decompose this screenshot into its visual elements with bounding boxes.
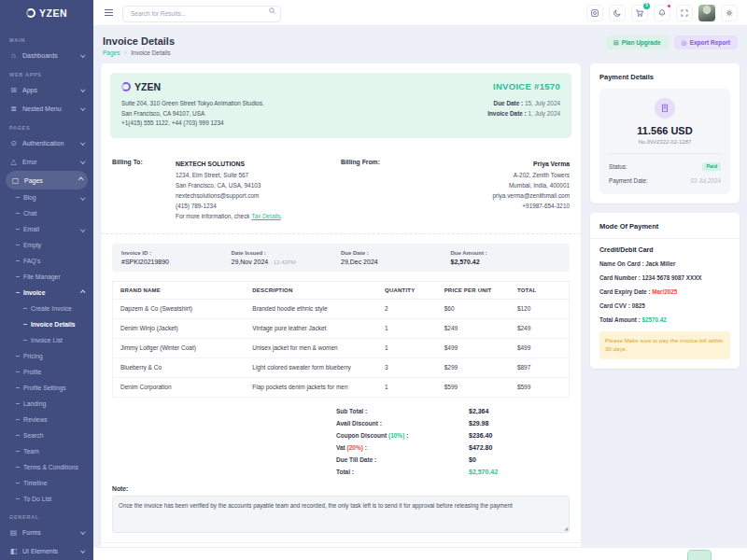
summary-value: 29,Dec 2024 [341, 259, 451, 265]
plan-upgrade-button[interactable]: ⊞ Plan Upgrade [606, 35, 669, 49]
sidebar-item-label: Authentication [22, 140, 63, 147]
chevron-down-icon [80, 88, 85, 92]
company-address-line: Suite 204, 310 Green Street Tokyo Animat… [121, 99, 264, 109]
sidebar-item-invoice-details[interactable]: Invoice Details [0, 316, 93, 332]
chevron-up-icon [78, 178, 83, 183]
total-row-vat: Vat (20%) :$472.80 [336, 441, 570, 454]
billing-to-line: nextechsolutions@support.com [176, 191, 341, 202]
sidebar-item-label: To Do List [23, 496, 51, 502]
sidebar-item-label: Create Invoice [31, 305, 72, 312]
user-avatar[interactable] [698, 5, 715, 21]
sidebar-item-label: Search [23, 432, 44, 439]
fullscreen-icon[interactable] [676, 5, 693, 21]
sidebar-item-invoice-list[interactable]: Invoice List [0, 332, 93, 348]
sidebar-item-authentication[interactable]: ⊙Authentication [0, 133, 93, 152]
sidebar-item-email[interactable]: Email [0, 221, 93, 237]
table-row: Denim Winjo (Jacket)Vintage pure leather… [113, 318, 570, 338]
dash-icon [16, 435, 20, 436]
app-window: YZEN MAIN⌂DashboardsWEB APPS⊞Apps≣Nested… [0, 0, 747, 560]
sidebar-item-file-manager[interactable]: File Manager [0, 269, 93, 285]
sidebar-item-error[interactable]: △Error [0, 152, 93, 171]
sidebar-item-profile[interactable]: Profile [0, 364, 93, 380]
sidebar-item-faq-s[interactable]: FAQ's [0, 253, 93, 269]
due-date-value: 15, July 2024 [525, 100, 560, 106]
scroll-top-button[interactable] [687, 550, 712, 560]
summary-value: $2,570.42 [451, 259, 561, 265]
chevron-up-icon [80, 290, 85, 295]
sidebar-item-chat[interactable]: Chat [0, 205, 93, 221]
switcher-icon[interactable] [586, 5, 603, 21]
total-value: $29.98 [469, 420, 570, 427]
sidebar-item-ui-elements[interactable]: ◧UI Elements [0, 541, 93, 560]
mode-value: Mar/2025 [652, 288, 677, 295]
search-input[interactable] [122, 6, 281, 22]
table-cell: $499 [437, 338, 510, 357]
sidebar-item-label: Invoice Details [31, 321, 76, 328]
invoice-items-table: BRAND NAMEDESCRIPTIONQUANTITYPRICE PER U… [112, 281, 570, 398]
dash-icon [16, 467, 20, 468]
table-row: Blueberry & CoLight colored sweater form… [113, 357, 570, 377]
dash-icon [16, 260, 20, 261]
table-row: Jimmy Lolfger (Winter Coat)Unisex jacket… [113, 338, 570, 357]
export-report-button[interactable]: ◎ Export Report [674, 35, 738, 49]
sidebar-item-timeline[interactable]: Timeline [0, 475, 93, 491]
menu-toggle-icon[interactable] [103, 7, 115, 19]
brand[interactable]: YZEN [0, 0, 93, 26]
summary-invoice-id: Invoice ID :#SPKI20219890 [121, 250, 232, 265]
sidebar-item-invoice[interactable]: Invoice [0, 285, 93, 301]
billing-section: Billing To: NEXTECH SOLUTIONS 1234, Elm … [101, 147, 581, 234]
topbar-icons: 5 [586, 5, 738, 21]
billing-to-name: NEXTECH SOLUTIONS [176, 159, 341, 170]
invoice-totals: Sub Total :$2,364Avail Discount :$29.98C… [336, 405, 570, 478]
invoice-summary-strip: Invoice ID :#SPKI20219890Date Issued :29… [112, 244, 570, 272]
resize-handle-icon[interactable]: ◢ [564, 525, 568, 531]
table-cell: $299 [437, 357, 510, 377]
sidebar-item-profile-settings[interactable]: Profile Settings [0, 380, 93, 396]
sidebar-section-pages: PAGES [0, 118, 93, 133]
sidebar-item-forms[interactable]: ▤Forms [0, 523, 93, 541]
search-icon[interactable] [268, 7, 276, 15]
settings-gear-icon[interactable] [721, 5, 738, 21]
sidebar-item-to-do-list[interactable]: To Do List [0, 491, 93, 507]
sidebar-item-label: Timeline [23, 480, 47, 486]
cart-icon[interactable]: 5 [631, 5, 648, 21]
sidebar-item-reviews[interactable]: Reviews [0, 412, 93, 427]
sidebar-section-web-apps: WEB APPS [0, 64, 93, 80]
note-textarea[interactable]: Once the invoice has been verified by th… [112, 496, 570, 533]
billing-from-name: Priya Verma [404, 159, 570, 170]
billing-to-label: Billing To: [112, 159, 176, 222]
summary-due-date: Due Date :29,Dec 2024 [341, 250, 451, 265]
mode-value: Jack Miller [645, 260, 675, 267]
invoice-date-value: 1, July 2024 [529, 110, 560, 117]
dash-icon [16, 229, 20, 230]
payment-method: Credit/Debit Card [599, 246, 730, 253]
breadcrumb-pages[interactable]: Pages [103, 49, 120, 56]
sidebar-item-label: FAQ's [23, 258, 40, 264]
sidebar-item-blog[interactable]: Blog [0, 189, 93, 205]
sidebar-item-search[interactable]: Search [0, 427, 93, 443]
sidebar-item-create-invoice[interactable]: Create Invoice [0, 301, 93, 316]
sidebar-section-main: MAIN [0, 30, 93, 46]
sidebar-item-empty[interactable]: Empty [0, 237, 93, 253]
sidebar-item-terms-conditions[interactable]: Terms & Conditions [0, 459, 93, 475]
payment-status-label: Status: [609, 163, 627, 170]
notifications-icon[interactable] [654, 5, 670, 21]
sidebar-item-pages[interactable]: ▢Pages [6, 171, 88, 189]
summary-date-issued: Date Issued :29,Nov 2024 - 12:42PM [232, 250, 342, 265]
sidebar-item-landing[interactable]: Landing [0, 396, 93, 412]
sidebar-item-team[interactable]: Team [0, 443, 93, 459]
table-header-row: BRAND NAMEDESCRIPTIONQUANTITYPRICE PER U… [113, 281, 570, 299]
sidebar-item-dashboards[interactable]: ⌂Dashboards [0, 46, 93, 64]
billing-from-line: priya.verma@zenithmail.com [404, 191, 570, 202]
chevron-down-icon [80, 549, 85, 553]
table-cell: 3 [377, 357, 437, 377]
dark-mode-icon[interactable] [609, 5, 626, 21]
total-value: $2,570.42 [469, 469, 570, 475]
sidebar-item-pricing[interactable]: Pricing [0, 348, 93, 364]
tax-details-link[interactable]: Tax Details [251, 213, 280, 219]
total-accent: (10%) [387, 432, 404, 439]
brand-logo-icon [26, 8, 35, 18]
mode-label: Name On Card : [599, 260, 645, 267]
sidebar-item-nested-menu[interactable]: ≣Nested Menu [0, 99, 93, 118]
sidebar-item-apps[interactable]: ⊞Apps [0, 80, 93, 99]
